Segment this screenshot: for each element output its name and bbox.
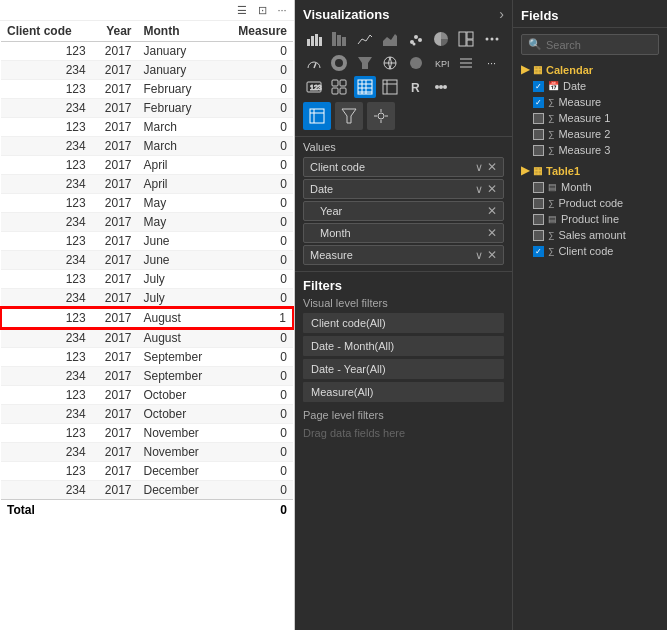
expand-icon[interactable]: ⊡ bbox=[254, 2, 270, 18]
pill-label-date: Date bbox=[310, 183, 333, 195]
search-input[interactable] bbox=[546, 39, 652, 51]
field-checkbox-client-code[interactable] bbox=[533, 246, 544, 257]
viz-icon-scatter[interactable] bbox=[405, 28, 427, 50]
field-checkbox-measure-cal[interactable] bbox=[533, 97, 544, 108]
pill-remove-client-code[interactable]: ✕ bbox=[487, 160, 497, 174]
field-item-measure-cal[interactable]: ∑ Measure bbox=[517, 94, 663, 110]
field-item-client-code[interactable]: ∑ Client code bbox=[517, 243, 663, 259]
table-row: 2342017August0 bbox=[1, 328, 293, 348]
viz-icon-slicer[interactable] bbox=[455, 52, 477, 74]
svg-point-52 bbox=[378, 113, 384, 119]
viz-icon-funnel[interactable] bbox=[354, 52, 376, 74]
svg-point-23 bbox=[410, 57, 422, 69]
field-checkbox-measure3[interactable] bbox=[533, 145, 544, 156]
viz-expand-icon[interactable]: › bbox=[499, 6, 504, 22]
filter-client-code[interactable]: Client code(All) bbox=[303, 313, 504, 333]
viz-icon-dots[interactable] bbox=[430, 76, 452, 98]
filter-date-month[interactable]: Date - Month(All) bbox=[303, 336, 504, 356]
svg-point-47 bbox=[443, 85, 447, 89]
group-header-table1[interactable]: ▶ ▦ Table1 bbox=[517, 162, 663, 179]
viz-icon-donut[interactable] bbox=[328, 52, 350, 74]
config-pill-date[interactable]: Date ∨ ✕ bbox=[303, 179, 504, 199]
cell-measure: 0 bbox=[221, 481, 293, 500]
config-pill-month[interactable]: Month ✕ bbox=[303, 223, 504, 243]
field-label-product-line: Product line bbox=[561, 213, 619, 225]
viz-icon-gauge[interactable] bbox=[303, 52, 325, 74]
cell-client: 234 bbox=[1, 289, 92, 309]
viz-icon-multirow-card[interactable] bbox=[328, 76, 350, 98]
field-item-measure1[interactable]: ∑ Measure 1 bbox=[517, 110, 663, 126]
svg-marker-7 bbox=[383, 34, 397, 46]
field-checkbox-sales-amount[interactable] bbox=[533, 230, 544, 241]
table-row: 1232017January0 bbox=[1, 42, 293, 61]
table1-group-label: Table1 bbox=[546, 165, 580, 177]
table-row: 2342017September0 bbox=[1, 367, 293, 386]
cell-measure: 0 bbox=[221, 213, 293, 232]
viz-icon-table[interactable] bbox=[354, 76, 376, 98]
table1-expand-icon: ▶ bbox=[521, 164, 529, 177]
viz-icon-line[interactable] bbox=[354, 28, 376, 50]
viz-icon-area[interactable] bbox=[379, 28, 401, 50]
table-row: 1232017May0 bbox=[1, 194, 293, 213]
cell-year: 2017 bbox=[92, 175, 138, 194]
cell-client: 234 bbox=[1, 367, 92, 386]
config-pill-measure[interactable]: Measure ∨ ✕ bbox=[303, 245, 504, 265]
cell-client: 234 bbox=[1, 213, 92, 232]
viz-icon-more2[interactable]: ··· bbox=[481, 52, 503, 74]
svg-text:KPI: KPI bbox=[435, 59, 449, 69]
cell-year: 2017 bbox=[92, 386, 138, 405]
field-item-measure3[interactable]: ∑ Measure 3 bbox=[517, 142, 663, 158]
cell-month: February bbox=[138, 99, 222, 118]
config-pill-client-code[interactable]: Client code ∨ ✕ bbox=[303, 157, 504, 177]
filter-measure[interactable]: Measure(All) bbox=[303, 382, 504, 402]
calendar-group-label: Calendar bbox=[546, 64, 593, 76]
field-item-product-code[interactable]: ∑ Product code bbox=[517, 195, 663, 211]
filter-tab-button[interactable] bbox=[335, 102, 363, 130]
field-checkbox-measure1[interactable] bbox=[533, 113, 544, 124]
pill-remove-month[interactable]: ✕ bbox=[487, 226, 497, 240]
field-item-sales-amount[interactable]: ∑ Sales amount bbox=[517, 227, 663, 243]
viz-icon-treemap[interactable] bbox=[455, 28, 477, 50]
viz-icon-matrix[interactable] bbox=[379, 76, 401, 98]
viz-icon-map[interactable] bbox=[379, 52, 401, 74]
viz-icon-pie[interactable] bbox=[430, 28, 452, 50]
viz-icon-kpi[interactable]: KPI bbox=[430, 52, 452, 74]
field-item-month[interactable]: ▤ Month bbox=[517, 179, 663, 195]
field-item-measure2[interactable]: ∑ Measure 2 bbox=[517, 126, 663, 142]
table-row: 1232017June0 bbox=[1, 232, 293, 251]
pill-remove-measure[interactable]: ✕ bbox=[487, 248, 497, 262]
pill-remove-date[interactable]: ✕ bbox=[487, 182, 497, 196]
viz-icon-more[interactable] bbox=[481, 28, 503, 50]
cell-measure: 0 bbox=[221, 232, 293, 251]
pill-remove-year[interactable]: ✕ bbox=[487, 204, 497, 218]
fields-tab-button[interactable] bbox=[303, 102, 331, 130]
field-checkbox-product-code[interactable] bbox=[533, 198, 544, 209]
field-checkbox-measure2[interactable] bbox=[533, 129, 544, 140]
field-checkbox-month[interactable] bbox=[533, 182, 544, 193]
field-item-date[interactable]: 📅 Date bbox=[517, 78, 663, 94]
viz-icon-r[interactable]: R bbox=[405, 76, 427, 98]
search-box[interactable]: 🔍 bbox=[521, 34, 659, 55]
field-group-calendar: ▶ ▦ Calendar 📅 Date ∑ Measure ∑ Measure … bbox=[517, 61, 663, 158]
format-tab-button[interactable] bbox=[367, 102, 395, 130]
table-row: 2342017November0 bbox=[1, 443, 293, 462]
field-checkbox-product-line[interactable] bbox=[533, 214, 544, 225]
resize-icon[interactable]: ☰ bbox=[234, 2, 250, 18]
filter-date-year[interactable]: Date - Year(All) bbox=[303, 359, 504, 379]
page-level-label: Page level filters bbox=[303, 409, 504, 421]
cell-client: 123 bbox=[1, 42, 92, 61]
field-item-product-line[interactable]: ▤ Product line bbox=[517, 211, 663, 227]
more-icon[interactable]: ··· bbox=[274, 2, 290, 18]
viz-icon-stacked-bar[interactable] bbox=[328, 28, 350, 50]
field-checkbox-date[interactable] bbox=[533, 81, 544, 92]
table-row: 2342017May0 bbox=[1, 213, 293, 232]
pill-label-year: Year bbox=[320, 205, 342, 217]
cell-month: December bbox=[138, 462, 222, 481]
viz-icon-bar[interactable] bbox=[303, 28, 325, 50]
group-header-calendar[interactable]: ▶ ▦ Calendar bbox=[517, 61, 663, 78]
viz-icon-card[interactable]: 123 bbox=[303, 76, 325, 98]
cell-month: April bbox=[138, 156, 222, 175]
viz-icon-filled-map[interactable] bbox=[405, 52, 427, 74]
config-pill-year[interactable]: Year ✕ bbox=[303, 201, 504, 221]
col-measure: Measure bbox=[221, 21, 293, 42]
